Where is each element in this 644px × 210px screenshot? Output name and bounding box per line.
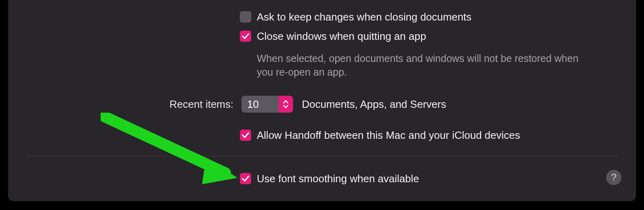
checkmark-icon — [241, 32, 250, 41]
font-smoothing-checkbox[interactable] — [240, 173, 251, 184]
recent-items-label: Recent items: — [169, 98, 233, 110]
ask-keep-changes-checkbox[interactable] — [240, 11, 251, 23]
close-windows-label: Close windows when quitting an app — [257, 30, 426, 43]
close-windows-checkbox[interactable] — [240, 31, 251, 42]
section-divider — [26, 156, 618, 156]
recent-items-suffix: Documents, Apps, and Servers — [302, 98, 446, 111]
checkmark-icon — [241, 174, 250, 183]
svg-line-0 — [105, 117, 225, 173]
chevron-up-icon — [283, 100, 289, 104]
font-smoothing-label: Use font smoothing when available — [257, 172, 419, 185]
chevron-down-icon — [283, 105, 289, 109]
help-button[interactable]: ? — [606, 170, 621, 185]
recent-items-stepper-control[interactable] — [279, 96, 293, 113]
allow-handoff-label: Allow Handoff between this Mac and your … — [257, 129, 520, 142]
annotation-arrow-icon — [101, 113, 246, 189]
recent-items-value: 10 — [242, 96, 279, 113]
recent-items-stepper[interactable]: 10 — [242, 96, 293, 113]
ask-keep-changes-label: Ask to keep changes when closing documen… — [257, 10, 471, 23]
close-windows-description: When selected, open documents and window… — [257, 51, 587, 79]
help-icon: ? — [611, 172, 616, 183]
checkmark-icon — [241, 131, 250, 140]
allow-handoff-checkbox[interactable] — [240, 130, 251, 141]
general-preferences-panel: Ask to keep changes when closing documen… — [8, 0, 636, 201]
